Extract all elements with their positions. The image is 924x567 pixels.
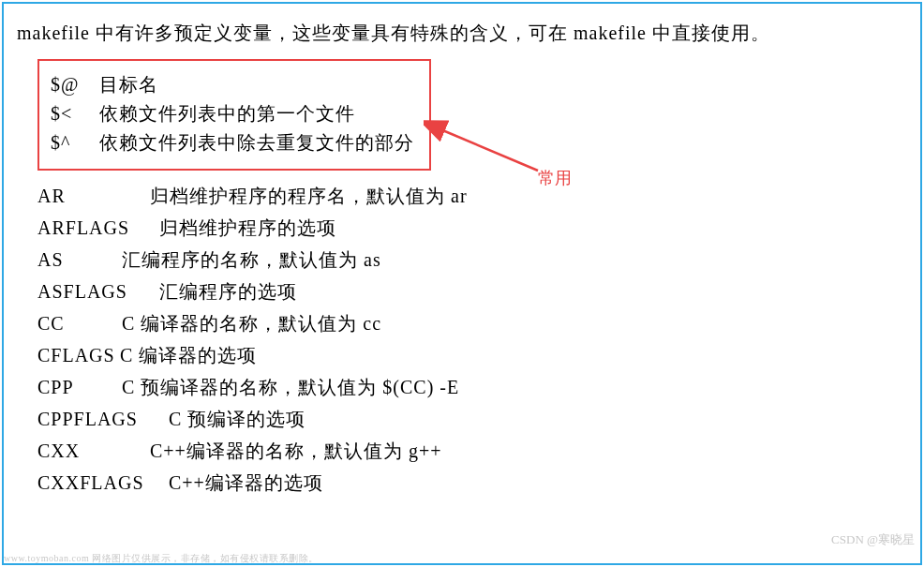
arrow-icon [424, 118, 592, 212]
definition-row: ARFLAGS 归档维护程序的选项 [37, 216, 907, 241]
definition-row: ASFLAGS 汇编程序的选项 [37, 279, 907, 305]
var-desc: 依赖文件列表中的第一个文件 [99, 101, 355, 127]
def-name: CXX [37, 440, 150, 462]
boxed-row: $< 依赖文件列表中的第一个文件 [51, 101, 418, 127]
def-desc: 汇编程序的名称，默认值为 as [122, 247, 381, 273]
def-desc: 归档维护程序的选项 [159, 216, 336, 241]
def-desc: C 编译器的选项 [120, 343, 257, 368]
arrow-label: 常用 [538, 167, 572, 189]
boxed-row: $^ 依赖文件列表中除去重复文件的部分 [51, 130, 418, 156]
document-container: makefile 中有许多预定义变量，这些变量具有特殊的含义，可在 makefi… [2, 2, 922, 565]
var-desc: 依赖文件列表中除去重复文件的部分 [99, 130, 414, 156]
def-name: CPPFLAGS [37, 409, 169, 430]
var-symbol: $< [51, 103, 99, 125]
definitions-list: AR 归档维护程序的程序名，默认值为 ar ARFLAGS 归档维护程序的选项 … [37, 184, 907, 496]
def-desc: C++编译器的名称，默认值为 g++ [150, 439, 441, 464]
definition-row: CXXFLAGS C++编译器的选项 [37, 470, 907, 496]
definition-row: AS 汇编程序的名称，默认值为 as [37, 247, 907, 273]
definition-row: CC C 编译器的名称，默认值为 cc [37, 311, 907, 336]
watermark-right: CSDN @寒晓星 [831, 531, 915, 548]
watermark-left: www.toymoban.com 网络图片仅供展示，非存储，如有侵权请联系删除。 [4, 552, 319, 565]
def-name: CC [37, 313, 122, 335]
def-desc: C 预编译的选项 [169, 407, 306, 432]
def-name: ASFLAGS [37, 281, 159, 303]
def-name: CPP [37, 377, 122, 398]
def-name: AR [37, 186, 150, 207]
definition-row: CXX C++编译器的名称，默认值为 g++ [37, 439, 907, 464]
var-symbol: $@ [51, 74, 99, 96]
def-desc: 归档维护程序的程序名，默认值为 ar [150, 184, 468, 209]
def-desc: C 编译器的名称，默认值为 cc [122, 311, 381, 336]
def-desc: C++编译器的选项 [169, 470, 323, 496]
definition-row: CPP C 预编译器的名称，默认值为 $(CC) -E [37, 375, 907, 400]
def-name: CXXFLAGS [37, 472, 169, 494]
def-name: ARFLAGS [37, 217, 159, 239]
svg-line-1 [440, 129, 538, 171]
definition-row: CPPFLAGS C 预编译的选项 [37, 407, 907, 432]
intro-text: makefile 中有许多预定义变量，这些变量具有特殊的含义，可在 makefi… [17, 21, 907, 46]
def-name: AS [37, 249, 122, 271]
def-name: CFLAGS [37, 345, 120, 366]
var-desc: 目标名 [99, 72, 158, 97]
common-vars-box: $@ 目标名 $< 依赖文件列表中的第一个文件 $^ 依赖文件列表中除去重复文件… [37, 59, 431, 171]
boxed-row: $@ 目标名 [51, 72, 418, 97]
def-desc: C 预编译器的名称，默认值为 $(CC) -E [122, 375, 459, 400]
arrow-annotation: 常用 [424, 118, 592, 212]
var-symbol: $^ [51, 132, 99, 154]
def-desc: 汇编程序的选项 [159, 279, 297, 305]
definition-row: CFLAGS C 编译器的选项 [37, 343, 907, 368]
